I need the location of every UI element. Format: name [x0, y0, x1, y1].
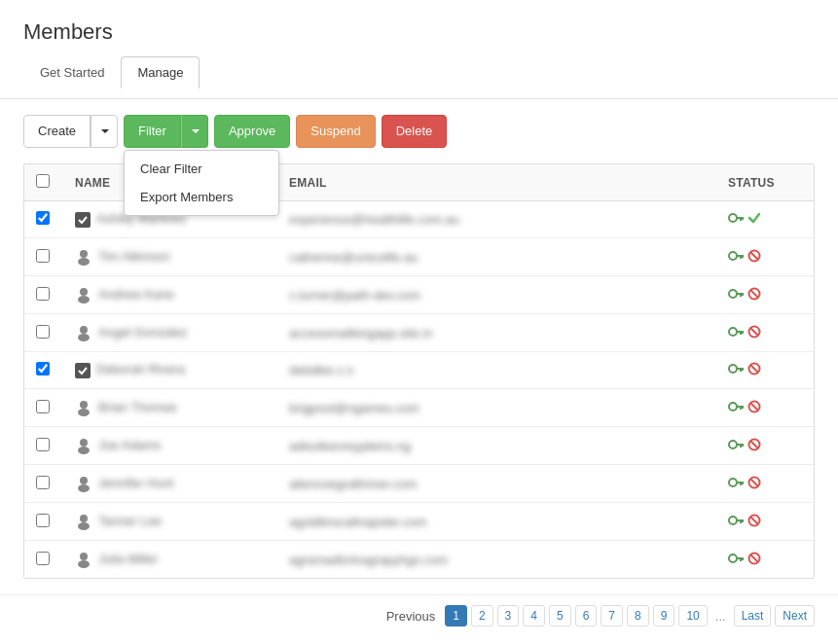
- status-cell: [716, 238, 814, 276]
- row-checkbox-3[interactable]: [36, 287, 50, 301]
- svg-line-33: [750, 365, 758, 373]
- svg-point-14: [729, 290, 737, 298]
- svg-line-65: [750, 517, 758, 524]
- page-container: Members Get Started Manage Create Filter: [0, 0, 838, 644]
- row-checkbox-6[interactable]: [36, 400, 50, 413]
- svg-line-11: [750, 252, 758, 260]
- name-cell: Angel Gonzalez: [63, 314, 277, 352]
- ban-icon[interactable]: [747, 249, 761, 266]
- select-all-checkbox[interactable]: [36, 174, 50, 188]
- status-icons: [728, 552, 802, 568]
- row-checkbox-5[interactable]: [36, 362, 50, 376]
- create-button[interactable]: Create: [23, 115, 91, 148]
- clear-filter-item[interactable]: Clear Filter: [125, 155, 278, 183]
- name-cell: Brian Thomas: [63, 389, 277, 427]
- name-cell: Julia Miller: [63, 541, 277, 579]
- member-email: brigpool@ngames.com: [289, 401, 419, 415]
- member-name: Jennifer Hunt: [98, 476, 173, 490]
- key-icon[interactable]: [728, 362, 744, 378]
- status-cell: [716, 314, 814, 352]
- filter-dropdown-toggle[interactable]: [181, 115, 208, 148]
- page-5[interactable]: 5: [549, 605, 571, 626]
- status-icons: [728, 476, 802, 492]
- last-page-link[interactable]: Last: [734, 605, 772, 626]
- key-icon[interactable]: [728, 249, 744, 266]
- table-row: Joe Adamsadisolkenreypleins.ng: [24, 427, 814, 465]
- ban-icon[interactable]: [747, 476, 761, 492]
- svg-point-28: [729, 365, 737, 373]
- page-4[interactable]: 4: [523, 605, 545, 626]
- svg-point-13: [78, 296, 90, 304]
- suspend-button[interactable]: Suspend: [296, 115, 375, 148]
- row-checkbox-7[interactable]: [36, 438, 50, 451]
- member-name: Angel Gonzalez: [98, 325, 188, 340]
- row-checkbox-4[interactable]: [36, 325, 50, 339]
- svg-line-49: [750, 441, 758, 448]
- table-row: Andrew Kanec.turner@path-dev.com: [24, 276, 814, 314]
- key-icon[interactable]: [728, 476, 744, 492]
- row-checkbox-8[interactable]: [36, 476, 50, 489]
- ban-icon[interactable]: [747, 552, 761, 568]
- active-check-icon[interactable]: [747, 211, 761, 228]
- page-2[interactable]: 2: [471, 605, 493, 626]
- tab-get-started[interactable]: Get Started: [23, 56, 121, 89]
- row-checkbox-2[interactable]: [36, 249, 50, 263]
- email-cell: accessmailkingapp.site.in: [277, 314, 716, 352]
- svg-point-22: [729, 328, 737, 336]
- approve-button[interactable]: Approve: [214, 115, 290, 148]
- page-10[interactable]: 10: [678, 605, 707, 626]
- svg-point-4: [80, 250, 88, 258]
- member-email: catherine@unicolife.au: [289, 250, 418, 265]
- ban-icon[interactable]: [747, 400, 761, 416]
- page-8[interactable]: 8: [627, 605, 649, 626]
- user-icon: [75, 513, 92, 530]
- status-cell: [716, 276, 814, 314]
- delete-button[interactable]: Delete: [382, 115, 448, 148]
- filter-button[interactable]: Filter: [124, 115, 181, 148]
- user-icon: [75, 324, 92, 341]
- ban-icon[interactable]: [747, 287, 761, 304]
- member-email: aliencoegraftrimer.com: [289, 477, 418, 491]
- row-checkbox-9[interactable]: [36, 514, 50, 527]
- key-icon[interactable]: [728, 514, 744, 530]
- key-icon[interactable]: [728, 400, 744, 416]
- user-icon: [75, 248, 92, 266]
- create-dropdown-toggle[interactable]: [91, 115, 118, 148]
- email-cell: adisolkenreypleins.ng: [277, 427, 716, 465]
- name-cell: Andrew Kane: [63, 276, 277, 314]
- page-3[interactable]: 3: [497, 605, 520, 626]
- create-button-group: Create: [23, 115, 118, 148]
- key-icon[interactable]: [728, 552, 744, 568]
- key-icon[interactable]: [728, 438, 744, 454]
- status-icons: [728, 325, 802, 341]
- user-icon: [75, 551, 92, 568]
- member-name: Andrew Kane: [98, 287, 174, 302]
- page-9[interactable]: 9: [653, 605, 675, 626]
- member-email: accessmailkingapp.site.in: [289, 326, 432, 340]
- row-checkbox-10[interactable]: [36, 552, 50, 565]
- export-members-item[interactable]: Export Members: [125, 183, 278, 211]
- ban-icon[interactable]: [747, 438, 761, 454]
- name-cell: Jennifer Hunt: [63, 465, 277, 503]
- row-checkbox-1[interactable]: [36, 211, 50, 225]
- key-icon[interactable]: [728, 287, 744, 304]
- page-6[interactable]: 6: [575, 605, 598, 626]
- page-1[interactable]: 1: [445, 605, 467, 626]
- key-icon[interactable]: [728, 211, 744, 228]
- key-icon[interactable]: [728, 325, 744, 341]
- members-table: Name Email Status Ashley Martinezexperie…: [24, 164, 814, 578]
- ban-icon[interactable]: [747, 362, 761, 378]
- svg-point-66: [80, 553, 88, 560]
- next-page-link[interactable]: Next: [775, 605, 815, 626]
- svg-point-21: [78, 334, 90, 341]
- page-7[interactable]: 7: [601, 605, 623, 626]
- table-row: Angel Gonzalezaccessmailkingapp.site.in: [24, 314, 814, 352]
- email-cell: agramadlortragrapyhgo.com: [277, 541, 716, 579]
- svg-point-6: [729, 252, 737, 260]
- ban-icon[interactable]: [747, 325, 761, 341]
- row-checked-icon: [75, 212, 91, 228]
- content-area: Create Filter Clear Filter Export Member…: [0, 99, 838, 594]
- table-row: Tanner Leeagoldlinscallnapster.com: [24, 503, 814, 541]
- tab-manage[interactable]: Manage: [121, 56, 200, 89]
- ban-icon[interactable]: [747, 514, 761, 530]
